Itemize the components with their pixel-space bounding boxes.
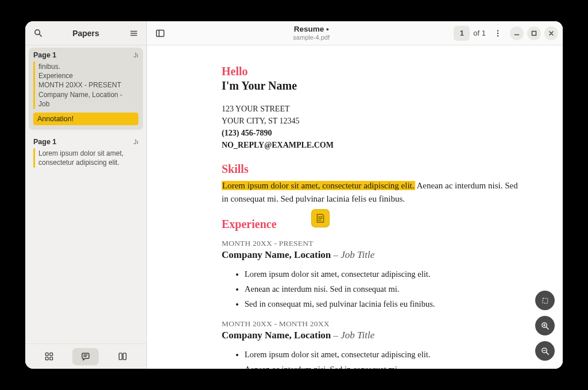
chat-icon	[81, 352, 90, 361]
document-title: Resume •	[293, 25, 330, 34]
zoom-out-button[interactable]	[535, 341, 555, 361]
svg-rect-7	[123, 353, 126, 360]
hello-heading: Hello	[222, 65, 521, 78]
skills-heading: Skills	[222, 163, 521, 176]
svg-rect-5	[50, 357, 53, 360]
svg-point-12	[497, 35, 498, 36]
grid-icon	[45, 352, 53, 361]
annotation-date: Jı	[133, 52, 138, 59]
maximize-button[interactable]	[527, 26, 541, 40]
fit-icon	[541, 296, 550, 305]
app-window: Papers Page 1 Jı finibus.ExperienceMONTH…	[25, 21, 563, 369]
svg-point-11	[497, 32, 498, 33]
close-button[interactable]	[544, 26, 558, 40]
annotation-page: Page 1	[33, 51, 56, 59]
thumbnails-view-button[interactable]	[36, 348, 63, 365]
note-annotation[interactable]	[311, 209, 330, 227]
skills-text: Lorem ipsum dolor sit amet, consectetur …	[222, 179, 521, 206]
job-company: Company Name, Location	[222, 330, 331, 341]
search-button[interactable]	[30, 25, 46, 41]
sidebar-menu-button[interactable]	[126, 25, 142, 41]
main-menu-button[interactable]	[489, 25, 506, 42]
annotation-quote: finibus.ExperienceMONTH 20XX - PRESENTCo…	[33, 61, 138, 109]
contact-email: NO_REPLY@EXAMPLE.COM	[222, 139, 521, 151]
bullet: Lorem ipsum dolor sit amet, consectetur …	[245, 347, 521, 362]
main-area: Resume • sample-4.pdf 1 of 1 H	[147, 21, 563, 369]
document-viewer[interactable]: Hello I'm Your Name 123 YOUR STREET YOUR…	[147, 45, 563, 369]
annotation-card[interactable]: Page 1 Jı Lorem ipsum dolor sit amet, co…	[29, 134, 143, 176]
zoom-out-icon	[541, 347, 550, 356]
page-indicator: 1 of 1	[454, 26, 486, 41]
sidebar-title: Papers	[46, 29, 126, 38]
svg-rect-2	[46, 353, 49, 356]
note-icon	[315, 213, 326, 223]
toolbar: Resume • sample-4.pdf 1 of 1	[147, 21, 563, 45]
bullet: Lorem ipsum dolor sit amet, consectetur …	[245, 267, 521, 281]
annotation-card[interactable]: Page 1 Jı finibus.ExperienceMONTH 20XX -…	[29, 48, 143, 130]
maximize-icon	[531, 30, 537, 36]
annotation-page: Page 1	[33, 138, 56, 146]
kebab-icon	[494, 29, 502, 37]
job-title: Job Title	[341, 249, 374, 260]
fit-page-button[interactable]	[535, 291, 555, 310]
bullet: Sed in consequat mi, sed pulvinar lacini…	[245, 296, 521, 311]
outline-view-button[interactable]	[109, 348, 136, 365]
sidebar-header: Papers	[25, 21, 146, 45]
annotation-list: Page 1 Jı finibus.ExperienceMONTH 20XX -…	[25, 45, 146, 343]
svg-point-10	[497, 30, 498, 31]
annotation-quote: Lorem ipsum dolor sit amet, consectetur …	[33, 148, 138, 168]
pdf-page: Hello I'm Your Name 123 YOUR STREET YOUR…	[147, 45, 563, 369]
svg-rect-8	[157, 30, 164, 36]
sidebar-footer	[25, 343, 146, 369]
toggle-sidebar-button[interactable]	[152, 25, 169, 42]
job-title: Job Title	[341, 330, 374, 341]
svg-rect-4	[46, 357, 49, 360]
title-area: Resume • sample-4.pdf	[293, 25, 330, 41]
zoom-in-icon	[541, 322, 550, 330]
close-icon	[548, 30, 554, 36]
job-bullets: Lorem ipsum dolor sit amet, consectetur …	[245, 347, 521, 369]
svg-line-19	[546, 352, 548, 354]
svg-rect-6	[119, 353, 122, 360]
bullet: Aenean ac interdum nisi. Sed in consequa…	[245, 281, 521, 296]
page-number-input[interactable]: 1	[454, 26, 470, 41]
page-total-label: of 1	[473, 29, 486, 37]
minimize-icon	[514, 30, 520, 36]
contact-block: 123 YOUR STREET YOUR CITY, ST 12345 (123…	[222, 103, 521, 151]
dual-page-icon	[118, 352, 127, 361]
contact-phone: (123) 456-7890	[222, 127, 521, 139]
contact-street: 123 YOUR STREET	[222, 103, 521, 115]
job-dates: MONTH 20XX - MONTH 20XX	[222, 319, 521, 329]
hamburger-icon	[130, 29, 138, 37]
annotation-note: Annotation!	[33, 113, 138, 125]
job-company-line: Company Name, Location – Job Title	[222, 330, 521, 341]
sidebar-icon	[156, 29, 165, 38]
bullet: Aenean ac interdum nisi. Sed in consequa…	[245, 362, 521, 369]
document-filename: sample-4.pdf	[293, 34, 330, 41]
experience-heading: Experience	[222, 218, 277, 231]
svg-rect-14	[532, 31, 536, 35]
job-bullets: Lorem ipsum dolor sit amet, consectetur …	[245, 267, 521, 311]
highlight-annotation[interactable]: Lorem ipsum dolor sit amet, consectetur …	[222, 181, 415, 190]
name-heading: I'm Your Name	[222, 79, 521, 92]
minimize-button[interactable]	[510, 26, 524, 40]
svg-rect-15	[543, 298, 547, 303]
annotation-header: Page 1 Jı	[33, 51, 138, 59]
job-company-line: Company Name, Location – Job Title	[222, 249, 521, 261]
svg-line-17	[546, 327, 548, 329]
sidebar: Papers Page 1 Jı finibus.ExperienceMONTH…	[25, 21, 147, 369]
svg-line-1	[39, 34, 41, 36]
job-company: Company Name, Location	[222, 249, 331, 260]
svg-rect-3	[50, 353, 53, 356]
floating-controls	[535, 291, 555, 361]
annotation-date: Jı	[133, 138, 138, 145]
contact-city: YOUR CITY, ST 12345	[222, 115, 521, 127]
search-icon	[34, 29, 42, 37]
annotations-view-button[interactable]	[72, 348, 99, 365]
job-dates: MONTH 20XX - PRESENT	[222, 239, 521, 248]
zoom-in-button[interactable]	[535, 316, 555, 335]
annotation-header: Page 1 Jı	[33, 138, 138, 146]
